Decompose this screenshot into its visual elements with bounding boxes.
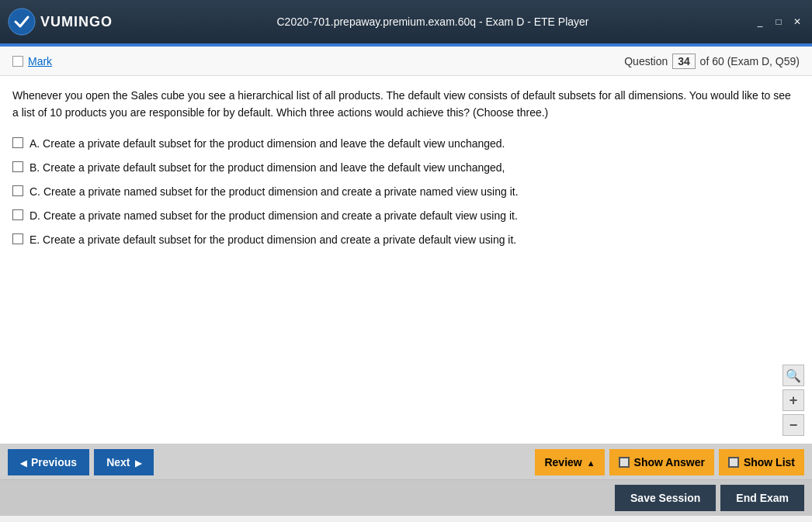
question-text: Whenever you open the Sales cube you see… xyxy=(12,87,800,122)
svg-point-0 xyxy=(9,9,35,35)
logo-text: VUMINGO xyxy=(40,14,113,30)
option-a[interactable]: A. Create a private default subset for t… xyxy=(12,136,800,152)
next-button[interactable]: Next xyxy=(94,449,153,475)
review-button[interactable]: Review xyxy=(535,449,604,475)
chevron-left-icon xyxy=(20,456,26,468)
window-controls[interactable]: _ □ ✕ xyxy=(753,16,804,27)
option-c-checkbox[interactable] xyxy=(12,185,23,196)
show-list-button[interactable]: Show List xyxy=(719,449,804,475)
option-c-text: C. Create a private named subset for the… xyxy=(29,184,519,200)
previous-button[interactable]: Previous xyxy=(8,449,89,475)
option-e-text: E. Create a private default subset for t… xyxy=(29,232,516,248)
review-label: Review xyxy=(544,456,581,468)
option-c[interactable]: C. Create a private named subset for the… xyxy=(12,184,800,200)
question-bar: Mark Question 34 of 60 (Exam D, Q59) xyxy=(0,47,812,76)
review-chevron-icon xyxy=(587,455,595,469)
logo-area: VUMINGO xyxy=(8,8,113,36)
show-answer-checkbox-icon xyxy=(619,457,630,468)
show-answer-label: Show Answer xyxy=(634,456,705,468)
question-total: of 60 (Exam D, Q59) xyxy=(700,55,800,67)
question-info: Question 34 of 60 (Exam D, Q59) xyxy=(624,54,800,69)
show-list-checkbox-icon xyxy=(728,457,739,468)
option-a-text: A. Create a private default subset for t… xyxy=(29,136,505,152)
option-d-checkbox[interactable] xyxy=(12,209,23,220)
zoom-in-button[interactable]: + xyxy=(783,389,804,411)
option-b[interactable]: B. Create a private default subset for t… xyxy=(12,160,800,176)
window-title: C2020-701.prepaway.premium.exam.60q - Ex… xyxy=(113,16,753,28)
close-button[interactable]: ✕ xyxy=(790,16,804,27)
show-answer-button[interactable]: Show Answer xyxy=(609,449,714,475)
next-label: Next xyxy=(106,456,130,468)
zoom-out-button[interactable]: − xyxy=(783,414,804,436)
mark-link[interactable]: Mark xyxy=(28,55,52,67)
option-e-checkbox[interactable] xyxy=(12,233,23,244)
question-label: Question xyxy=(624,55,668,67)
zoom-controls: 🔍 + − xyxy=(783,365,804,436)
previous-label: Previous xyxy=(31,456,77,468)
options-list: A. Create a private default subset for t… xyxy=(12,136,800,248)
option-d[interactable]: D. Create a private named subset for the… xyxy=(12,208,800,224)
title-bar: VUMINGO C2020-701.prepaway.premium.exam.… xyxy=(0,0,812,43)
search-icon[interactable]: 🔍 xyxy=(783,365,804,386)
option-d-text: D. Create a private named subset for the… xyxy=(29,208,518,224)
option-a-checkbox[interactable] xyxy=(12,137,23,148)
option-b-text: B. Create a private default subset for t… xyxy=(29,160,505,176)
option-e[interactable]: E. Create a private default subset for t… xyxy=(12,232,800,248)
minimize-button[interactable]: _ xyxy=(753,16,767,27)
nav-bar: Previous Next Review Show Answer Show Li… xyxy=(0,444,812,480)
maximize-button[interactable]: □ xyxy=(772,16,786,27)
content-area: Whenever you open the Sales cube you see… xyxy=(0,76,812,444)
question-number: 34 xyxy=(672,54,696,69)
mark-area[interactable]: Mark xyxy=(12,55,52,67)
save-session-button[interactable]: Save Session xyxy=(615,485,716,511)
vumingo-logo-icon xyxy=(8,8,36,36)
mark-checkbox[interactable] xyxy=(12,56,23,67)
action-bar: Save Session End Exam xyxy=(0,480,812,516)
chevron-right-icon xyxy=(135,456,141,468)
option-b-checkbox[interactable] xyxy=(12,161,23,172)
end-exam-button[interactable]: End Exam xyxy=(720,485,804,511)
show-list-label: Show List xyxy=(744,456,795,468)
